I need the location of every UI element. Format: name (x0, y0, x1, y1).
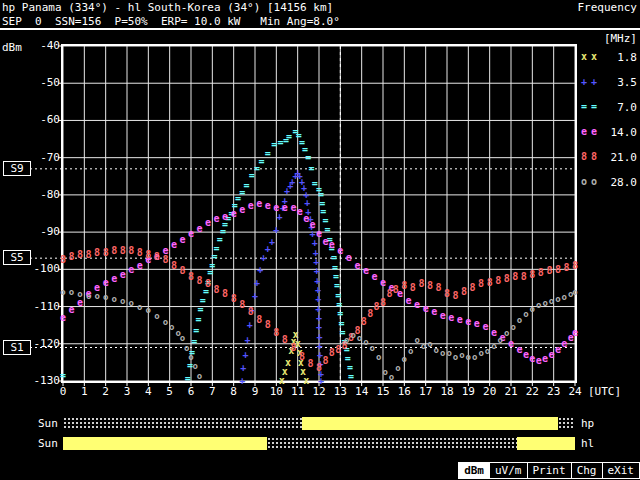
marker-7.0MHz: = (312, 178, 318, 189)
marker-21.0MHz: 8 (521, 271, 527, 282)
marker-28.0MHz: o (120, 296, 125, 306)
legend-unit-label: [MHz] (604, 32, 637, 45)
marker-14.0MHz: e (120, 269, 126, 280)
marker-14.0MHz: e (310, 219, 316, 230)
marker-21.0MHz: 8 (322, 355, 328, 366)
marker-7.0MHz: = (209, 260, 215, 271)
marker-14.0MHz: e (214, 213, 220, 224)
marker-14.0MHz: e (77, 297, 83, 308)
x-tick-label: 24 (564, 385, 586, 398)
y-tick-label: -80 (18, 188, 60, 201)
marker-3.5MHz: + (317, 349, 323, 360)
marker-21.0MHz: 8 (86, 249, 92, 260)
button-chg[interactable]: Chg (571, 462, 602, 479)
marker-14.0MHz: e (197, 223, 203, 234)
button-dbm[interactable]: dBm (458, 462, 489, 479)
x-tick-label: 16 (393, 385, 415, 398)
marker-28.0MHz: o (446, 348, 451, 358)
marker-28.0MHz: o (137, 302, 142, 312)
marker-3.5MHz: + (313, 247, 319, 258)
marker-14.0MHz: e (103, 277, 109, 288)
marker-28.0MHz: o (536, 300, 541, 310)
marker-3.5MHz: + (315, 293, 321, 304)
marker-7.0MHz: = (344, 344, 350, 355)
marker-7.0MHz: = (327, 234, 333, 245)
x-tick-label: 15 (372, 385, 394, 398)
marker-1.8MHz: x (290, 336, 296, 347)
marker-3.5MHz: + (297, 170, 303, 181)
marker-21.0MHz: 8 (154, 251, 160, 262)
x-tick-label: 2 (95, 385, 117, 398)
marker-3.5MHz: + (318, 368, 324, 379)
button-uvm[interactable]: uV/m (489, 462, 527, 479)
marker-28.0MHz: o (504, 328, 509, 338)
marker-1.8MHz: x (297, 347, 303, 358)
marker-21.0MHz: 8 (444, 288, 450, 299)
marker-7.0MHz: = (200, 295, 206, 306)
sun-segment-light (63, 437, 267, 450)
x-tick-label: 1 (73, 385, 95, 398)
marker-21.0MHz: 8 (120, 245, 126, 256)
marker-7.0MHz: = (336, 299, 342, 310)
s-marker-S5: S5 (3, 250, 31, 265)
marker-21.0MHz: 8 (374, 301, 380, 312)
propagation-app-window: hp Panama (334°) - hl South-Korea (34°) … (0, 0, 640, 480)
marker-28.0MHz: o (350, 330, 355, 340)
marker-21.0MHz: 8 (427, 280, 433, 291)
x-tick-label: 6 (180, 385, 202, 398)
marker-21.0MHz: 8 (563, 262, 569, 273)
legend-label-7.0MHz: 7.0 (597, 101, 637, 114)
marker-3.5MHz: + (280, 202, 286, 213)
marker-14.0MHz: e (363, 265, 369, 276)
marker-14.0MHz: e (491, 327, 497, 338)
marker-21.0MHz: 8 (380, 297, 386, 308)
sun-row-label: Sun (38, 417, 58, 430)
marker-28.0MHz: o (357, 333, 362, 343)
marker-3.5MHz: + (245, 334, 251, 345)
marker-7.0MHz: = (265, 148, 271, 159)
x-tick-label: 12 (308, 385, 330, 398)
x-axis-unit-label: [UTC] (588, 385, 621, 398)
marker-14.0MHz: e (145, 254, 151, 265)
marker-3.5MHz: + (261, 252, 267, 263)
marker-28.0MHz: o (197, 371, 202, 381)
marker-7.0MHz: = (191, 336, 197, 347)
marker-3.5MHz: + (287, 180, 293, 191)
sun-segment-light (302, 417, 558, 430)
marker-7.0MHz: = (305, 152, 311, 163)
marker-28.0MHz: o (530, 304, 535, 314)
marker-14.0MHz: e (423, 303, 429, 314)
marker-3.5MHz: + (247, 319, 253, 330)
marker-14.0MHz: e (542, 353, 548, 364)
marker-14.0MHz: e (474, 318, 480, 329)
x-tick-label: 14 (351, 385, 373, 398)
marker-7.0MHz: = (195, 314, 201, 325)
marker-14.0MHz: e (561, 338, 567, 349)
marker-14.0MHz: e (499, 332, 505, 343)
marker-7.0MHz: = (322, 215, 328, 226)
marker-14.0MHz: e (536, 355, 542, 366)
marker-21.0MHz: 8 (512, 271, 518, 282)
header-divider (0, 28, 640, 30)
marker-14.0MHz: e (555, 344, 561, 355)
marker-28.0MHz: o (568, 289, 573, 299)
y-tick-label: -50 (18, 76, 60, 89)
marker-28.0MHz: o (111, 294, 116, 304)
marker-14.0MHz: e (371, 271, 377, 282)
x-tick-label: 8 (223, 385, 245, 398)
marker-14.0MHz: e (389, 282, 395, 293)
button-exit[interactable]: eXit (602, 462, 640, 479)
marker-7.0MHz: = (299, 137, 305, 148)
marker-3.5MHz: + (249, 304, 255, 315)
x-tick-label: 13 (329, 385, 351, 398)
marker-3.5MHz: + (314, 275, 320, 286)
button-print[interactable]: Print (527, 462, 571, 479)
marker-21.0MHz: 8 (529, 269, 535, 280)
x-tick-label: 18 (436, 385, 458, 398)
marker-21.0MHz: 8 (487, 277, 493, 288)
marker-7.0MHz: = (348, 371, 354, 382)
marker-14.0MHz: e (265, 200, 271, 211)
marker-21.0MHz: 8 (231, 293, 237, 304)
sun-bar-hl (63, 437, 575, 450)
sun-segment-dark (558, 417, 575, 430)
